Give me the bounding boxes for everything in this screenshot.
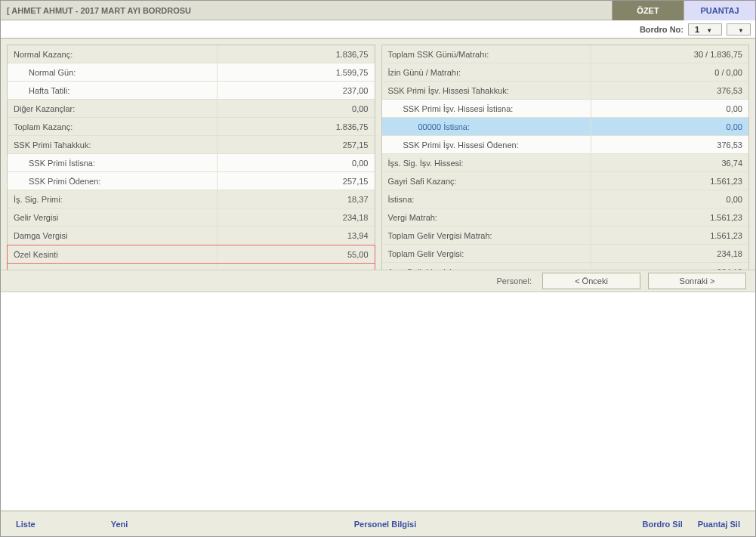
data-row: Ayın Gelir Vergisi:234,18 [382, 263, 749, 270]
row-label: Damga Vergisi [8, 227, 218, 245]
row-value: 1.561,23 [591, 208, 748, 226]
row-value: 376,53 [591, 136, 748, 153]
row-label: Toplam Kazanç: [8, 118, 218, 135]
row-value: 234,18 [591, 245, 748, 262]
footer-bar: Liste Yeni Personel Bilgisi Bordro Sil P… [1, 511, 755, 536]
row-value: 13,94 [218, 227, 375, 245]
row-value: 0,00 [218, 154, 375, 171]
row-value: 234,18 [591, 263, 748, 270]
spacer [1, 292, 755, 511]
personel-label: Personel: [497, 276, 532, 285]
data-row: SSK Primi İşv. Hissesi Tahakkuk:376,53 [382, 82, 749, 100]
bordro-secondary-dropdown[interactable]: ▼ [727, 23, 751, 35]
data-row: Normal Gün:1.599,75 [8, 63, 375, 82]
data-row: Diğer Kazançlar:0,00 [8, 100, 375, 118]
row-value: 0,00 [591, 190, 748, 208]
footer-personel-bilgisi[interactable]: Personel Bilgisi [354, 520, 417, 529]
bordro-no-label: Bordro No: [640, 25, 683, 34]
data-row: Toplam Gelir Vergisi Matrah:1.561,23 [382, 227, 749, 245]
row-label: Normal Kazanç: [8, 45, 218, 63]
content-area: Normal Kazanç:1.836,75Normal Gün:1.599,7… [1, 39, 755, 270]
data-row: Özel Kesinti55,00 [8, 245, 375, 264]
data-row: Gelir Vergisi234,18 [8, 208, 375, 227]
row-label: SSK Primi İşv. Hissesi İstisna: [382, 100, 592, 117]
row-label: Diğer Kazançlar: [8, 100, 218, 117]
data-row: Toplam Kesinti:578,74 [8, 264, 375, 270]
data-row: Toplam Kazanç:1.836,75 [8, 118, 375, 136]
app-window: [ AHMET AHMUT - 2017 MART AYI BORDROSU Ö… [0, 0, 756, 537]
row-label: İş. Sig. Primi: [8, 190, 218, 208]
row-value: 0,00 [218, 100, 375, 117]
data-row: SSK Primi Ödenen:257,15 [8, 172, 375, 190]
row-value: 18,37 [218, 190, 375, 208]
bordro-no-bar: Bordro No: 1 ▼ ▼ [1, 20, 755, 39]
row-label: 00000 İstisna: [382, 118, 592, 135]
left-column: Normal Kazanç:1.836,75Normal Gün:1.599,7… [7, 45, 375, 264]
row-value: 36,74 [591, 154, 748, 171]
data-row: Damga Vergisi13,94 [8, 227, 375, 245]
row-label: İşs. Sig. İşv. Hissesi: [382, 154, 592, 171]
row-label: SSK Primi Ödenen: [8, 172, 218, 190]
row-value: 1.836,75 [218, 45, 375, 63]
row-value: 257,15 [218, 172, 375, 190]
data-row: İş. Sig. Primi:18,37 [8, 190, 375, 208]
row-label: Gayri Safi Kazanç: [382, 172, 592, 190]
row-label: SSK Primi İstisna: [8, 154, 218, 171]
bordro-no-value: 1 [695, 25, 699, 34]
header-bar: [ AHMET AHMUT - 2017 MART AYI BORDROSU Ö… [1, 1, 755, 20]
row-value: 55,00 [218, 245, 375, 263]
row-value: 1.836,75 [218, 118, 375, 135]
row-label: Toplam SSK Günü/Matrahı: [382, 45, 592, 63]
prev-button[interactable]: < Önceki [542, 273, 640, 289]
footer-puantaj-sil[interactable]: Puantaj Sil [698, 520, 740, 529]
row-value: 234,18 [218, 208, 375, 226]
row-label: İstisna: [382, 190, 592, 208]
row-value: 1.561,23 [591, 172, 748, 190]
footer-liste[interactable]: Liste [16, 520, 35, 529]
row-value: 0,00 [591, 100, 748, 117]
footer-yeni[interactable]: Yeni [111, 520, 128, 529]
data-row: Gayri Safi Kazanç:1.561,23 [382, 172, 749, 190]
data-row: İzin Günü / Matrahı:0 / 0,00 [382, 63, 749, 82]
window-title: [ AHMET AHMUT - 2017 MART AYI BORDROSU [1, 6, 612, 15]
row-label: Gelir Vergisi [8, 208, 218, 226]
data-row: İstisna:0,00 [382, 190, 749, 208]
data-row: İşs. Sig. İşv. Hissesi:36,74 [382, 154, 749, 172]
data-row: Normal Kazanç:1.836,75 [8, 45, 375, 63]
row-label: SSK Primi İşv. Hissesi Ödenen: [382, 136, 592, 153]
highlighted-rows: Özel Kesinti55,00Toplam Kesinti:578,74Ne… [7, 245, 375, 270]
data-row: Toplam Gelir Vergisi:234,18 [382, 245, 749, 263]
row-label: Toplam Gelir Vergisi Matrah: [382, 227, 592, 244]
data-row: SSK Primi Tahakkuk:257,15 [8, 136, 375, 154]
row-label: Vergi Matrah: [382, 208, 592, 226]
row-value: 0 / 0,00 [591, 63, 748, 81]
row-label: Özel Kesinti [8, 245, 218, 263]
data-row: Hafta Tatili:237,00 [8, 82, 375, 100]
row-label: Normal Gün: [8, 63, 218, 81]
row-label: Toplam Kesinti: [8, 264, 218, 270]
next-button[interactable]: Sonraki > [648, 273, 746, 289]
data-row: SSK Primi İstisna:0,00 [8, 154, 375, 172]
data-row: Toplam SSK Günü/Matrahı:30 / 1.836,75 [382, 45, 749, 63]
row-value: 578,74 [218, 264, 375, 270]
row-label: Ayın Gelir Vergisi: [382, 263, 592, 270]
row-value: 376,53 [591, 82, 748, 99]
right-table: Toplam SSK Günü/Matrahı:30 / 1.836,75İzi… [381, 45, 750, 270]
row-value: 1.599,75 [218, 63, 375, 81]
dropdown-arrow-icon: ▼ [706, 27, 712, 34]
row-value: 237,00 [218, 82, 375, 99]
left-table: Normal Kazanç:1.836,75Normal Gün:1.599,7… [7, 45, 375, 245]
bordro-no-dropdown[interactable]: 1 ▼ [688, 23, 722, 35]
row-value: 0,00 [591, 118, 748, 135]
row-label: Hafta Tatili: [8, 82, 218, 99]
footer-bordro-sil[interactable]: Bordro Sil [643, 520, 683, 529]
data-row: Vergi Matrah:1.561,23 [382, 208, 749, 227]
tab-ozet[interactable]: ÖZET [612, 1, 683, 20]
row-label: İzin Günü / Matrahı: [382, 63, 592, 81]
row-value: 257,15 [218, 136, 375, 153]
data-row: 00000 İstisna:0,00 [382, 118, 749, 136]
data-row: SSK Primi İşv. Hissesi Ödenen:376,53 [382, 136, 749, 154]
right-column: Toplam SSK Günü/Matrahı:30 / 1.836,75İzi… [381, 45, 750, 264]
row-value: 30 / 1.836,75 [591, 45, 748, 63]
tab-puantaj[interactable]: PUANTAJ [683, 1, 755, 20]
